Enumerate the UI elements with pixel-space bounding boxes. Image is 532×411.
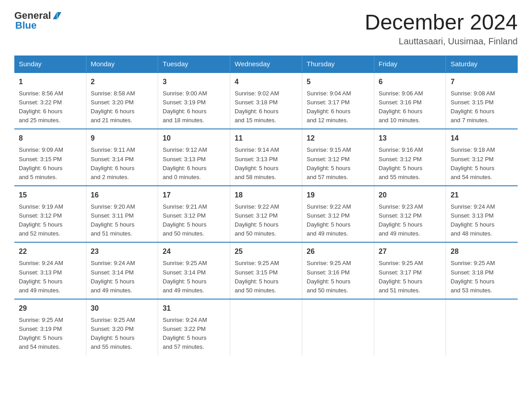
calendar-cell: 14Sunrise: 9:18 AM Sunset: 3:12 PM Dayli…: [446, 129, 518, 186]
day-number: 21: [450, 190, 513, 201]
day-info: Sunrise: 9:09 AM Sunset: 3:15 PM Dayligh…: [19, 146, 82, 182]
day-info: Sunrise: 9:15 AM Sunset: 3:12 PM Dayligh…: [307, 146, 369, 182]
day-number: 7: [450, 77, 513, 87]
calendar-cell: 27Sunrise: 9:25 AM Sunset: 3:17 PM Dayli…: [374, 242, 446, 299]
calendar-cell: 26Sunrise: 9:25 AM Sunset: 3:16 PM Dayli…: [302, 242, 374, 299]
calendar-cell: 11Sunrise: 9:14 AM Sunset: 3:13 PM Dayli…: [230, 129, 302, 186]
day-number: 10: [163, 133, 225, 144]
col-header-saturday: Saturday: [446, 56, 518, 73]
day-info: Sunrise: 9:25 AM Sunset: 3:18 PM Dayligh…: [450, 259, 513, 295]
calendar-cell: 15Sunrise: 9:19 AM Sunset: 3:12 PM Dayli…: [14, 186, 86, 243]
day-info: Sunrise: 8:56 AM Sunset: 3:22 PM Dayligh…: [19, 89, 82, 125]
day-info: Sunrise: 9:08 AM Sunset: 3:15 PM Dayligh…: [450, 89, 513, 125]
title-block: December 2024 Lauttasaari, Uusimaa, Finl…: [365, 11, 518, 47]
col-header-tuesday: Tuesday: [158, 56, 230, 73]
calendar-cell: 3Sunrise: 9:00 AM Sunset: 3:19 PM Daylig…: [158, 73, 230, 129]
day-number: 25: [235, 246, 297, 257]
day-number: 5: [307, 77, 369, 87]
col-header-thursday: Thursday: [302, 56, 374, 73]
day-info: Sunrise: 9:25 AM Sunset: 3:15 PM Dayligh…: [235, 259, 297, 295]
calendar-cell: 20Sunrise: 9:23 AM Sunset: 3:12 PM Dayli…: [374, 186, 446, 243]
day-info: Sunrise: 9:25 AM Sunset: 3:19 PM Dayligh…: [19, 316, 82, 352]
day-number: 11: [235, 133, 297, 144]
calendar-cell: 18Sunrise: 9:22 AM Sunset: 3:12 PM Dayli…: [230, 186, 302, 243]
day-info: Sunrise: 9:24 AM Sunset: 3:13 PM Dayligh…: [19, 259, 82, 295]
day-number: 13: [379, 133, 442, 144]
calendar-cell: [446, 299, 518, 355]
day-number: 8: [19, 133, 82, 144]
day-number: 28: [450, 246, 513, 257]
calendar-cell: 31Sunrise: 9:24 AM Sunset: 3:22 PM Dayli…: [158, 299, 230, 355]
calendar-cell: [230, 299, 302, 355]
day-number: 24: [163, 246, 225, 257]
day-number: 31: [163, 303, 225, 314]
day-info: Sunrise: 9:04 AM Sunset: 3:17 PM Dayligh…: [307, 89, 369, 125]
calendar-cell: 24Sunrise: 9:25 AM Sunset: 3:14 PM Dayli…: [158, 242, 230, 299]
calendar-cell: 25Sunrise: 9:25 AM Sunset: 3:15 PM Dayli…: [230, 242, 302, 299]
day-number: 16: [91, 190, 154, 201]
col-header-friday: Friday: [374, 56, 446, 73]
day-info: Sunrise: 9:21 AM Sunset: 3:12 PM Dayligh…: [163, 202, 225, 239]
day-info: Sunrise: 9:23 AM Sunset: 3:12 PM Dayligh…: [379, 202, 442, 239]
calendar-cell: 2Sunrise: 8:58 AM Sunset: 3:20 PM Daylig…: [86, 73, 158, 129]
day-info: Sunrise: 9:25 AM Sunset: 3:14 PM Dayligh…: [163, 259, 225, 295]
calendar-cell: 12Sunrise: 9:15 AM Sunset: 3:12 PM Dayli…: [302, 129, 374, 186]
day-number: 15: [19, 190, 82, 201]
calendar-cell: 29Sunrise: 9:25 AM Sunset: 3:19 PM Dayli…: [14, 299, 86, 355]
calendar-cell: 22Sunrise: 9:24 AM Sunset: 3:13 PM Dayli…: [14, 242, 86, 299]
calendar-cell: [302, 299, 374, 355]
calendar-cell: 13Sunrise: 9:16 AM Sunset: 3:12 PM Dayli…: [374, 129, 446, 186]
logo-general-text: General: [14, 11, 51, 21]
col-header-wednesday: Wednesday: [230, 56, 302, 73]
day-info: Sunrise: 9:19 AM Sunset: 3:12 PM Dayligh…: [19, 202, 82, 239]
day-number: 4: [235, 77, 297, 87]
col-header-sunday: Sunday: [14, 56, 86, 73]
calendar-cell: 7Sunrise: 9:08 AM Sunset: 3:15 PM Daylig…: [446, 73, 518, 129]
logo: General Blue: [14, 11, 61, 30]
day-info: Sunrise: 9:24 AM Sunset: 3:14 PM Dayligh…: [91, 259, 154, 295]
day-info: Sunrise: 9:06 AM Sunset: 3:16 PM Dayligh…: [379, 89, 442, 125]
day-info: Sunrise: 9:16 AM Sunset: 3:12 PM Dayligh…: [379, 146, 442, 182]
calendar-cell: [374, 299, 446, 355]
calendar-week-row: 29Sunrise: 9:25 AM Sunset: 3:19 PM Dayli…: [14, 299, 518, 355]
logo-icon: [53, 12, 61, 19]
day-number: 18: [235, 190, 297, 201]
day-info: Sunrise: 9:24 AM Sunset: 3:13 PM Dayligh…: [450, 202, 513, 239]
day-number: 14: [450, 133, 513, 144]
calendar-week-row: 1Sunrise: 8:56 AM Sunset: 3:22 PM Daylig…: [14, 73, 518, 129]
day-info: Sunrise: 9:22 AM Sunset: 3:12 PM Dayligh…: [307, 202, 369, 239]
day-info: Sunrise: 9:25 AM Sunset: 3:17 PM Dayligh…: [379, 259, 442, 295]
day-number: 23: [91, 246, 154, 257]
day-info: Sunrise: 9:02 AM Sunset: 3:18 PM Dayligh…: [235, 89, 297, 125]
day-number: 3: [163, 77, 225, 87]
day-info: Sunrise: 8:58 AM Sunset: 3:20 PM Dayligh…: [91, 89, 154, 125]
calendar-week-row: 15Sunrise: 9:19 AM Sunset: 3:12 PM Dayli…: [14, 186, 518, 243]
calendar-table: SundayMondayTuesdayWednesdayThursdayFrid…: [14, 56, 518, 355]
calendar-cell: 10Sunrise: 9:12 AM Sunset: 3:13 PM Dayli…: [158, 129, 230, 186]
day-info: Sunrise: 9:25 AM Sunset: 3:20 PM Dayligh…: [91, 316, 154, 352]
day-number: 27: [379, 246, 442, 257]
calendar-cell: 5Sunrise: 9:04 AM Sunset: 3:17 PM Daylig…: [302, 73, 374, 129]
day-number: 29: [19, 303, 82, 314]
calendar-subtitle: Lauttasaari, Uusimaa, Finland: [365, 36, 518, 47]
calendar-cell: 4Sunrise: 9:02 AM Sunset: 3:18 PM Daylig…: [230, 73, 302, 129]
day-number: 20: [379, 190, 442, 201]
day-info: Sunrise: 9:11 AM Sunset: 3:14 PM Dayligh…: [91, 146, 154, 182]
calendar-cell: 17Sunrise: 9:21 AM Sunset: 3:12 PM Dayli…: [158, 186, 230, 243]
day-info: Sunrise: 9:00 AM Sunset: 3:19 PM Dayligh…: [163, 89, 225, 125]
day-info: Sunrise: 9:22 AM Sunset: 3:12 PM Dayligh…: [235, 202, 297, 239]
day-number: 22: [19, 246, 82, 257]
calendar-cell: 9Sunrise: 9:11 AM Sunset: 3:14 PM Daylig…: [86, 129, 158, 186]
day-number: 30: [91, 303, 154, 314]
calendar-cell: 30Sunrise: 9:25 AM Sunset: 3:20 PM Dayli…: [86, 299, 158, 355]
day-info: Sunrise: 9:24 AM Sunset: 3:22 PM Dayligh…: [163, 316, 225, 352]
day-number: 19: [307, 190, 369, 201]
calendar-cell: 8Sunrise: 9:09 AM Sunset: 3:15 PM Daylig…: [14, 129, 86, 186]
day-number: 12: [307, 133, 369, 144]
calendar-week-row: 8Sunrise: 9:09 AM Sunset: 3:15 PM Daylig…: [14, 129, 518, 186]
day-info: Sunrise: 9:25 AM Sunset: 3:16 PM Dayligh…: [307, 259, 369, 295]
day-info: Sunrise: 9:18 AM Sunset: 3:12 PM Dayligh…: [450, 146, 513, 182]
day-number: 9: [91, 133, 154, 144]
calendar-header-row: SundayMondayTuesdayWednesdayThursdayFrid…: [14, 56, 518, 73]
day-number: 17: [163, 190, 225, 201]
